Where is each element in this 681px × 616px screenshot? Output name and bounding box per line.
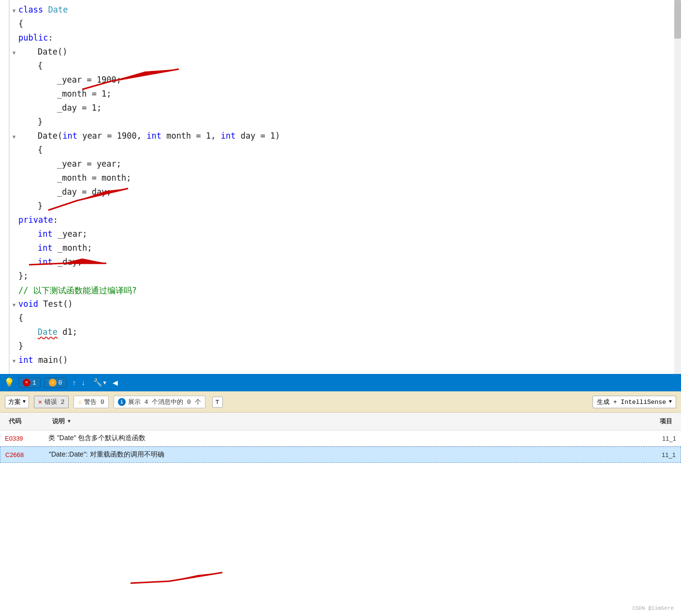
code-line: int _year; — [0, 229, 681, 243]
header-code: 代码 — [5, 415, 48, 428]
code-line: _day = 1; — [0, 103, 681, 117]
code-editor[interactable]: ▼class Date{public:▼Date(){_year = 1900;… — [0, 0, 681, 391]
error-project: 11_1 — [618, 451, 676, 458]
nav-down-button[interactable]: ↓ — [80, 378, 87, 387]
warning-triangle-icon: ⚠ — [78, 398, 82, 406]
error-row-arrow — [0, 558, 338, 587]
error-icon: ✕ — [23, 379, 30, 387]
nav-up-button[interactable]: ↑ — [71, 378, 78, 387]
scroll-track[interactable] — [674, 0, 681, 391]
lightbulb-icon[interactable]: 💡 — [4, 377, 14, 388]
chevron-down-icon: ▼ — [23, 399, 26, 404]
error-count: 1 — [32, 379, 36, 387]
filter-button[interactable]: 🔧▾ — [93, 378, 107, 387]
filter-bar: 方案 ▼ ✕ 错误 2 ⚠ 警告 0 i 展示 4 个消息中的 0 个 ⊤ 生成… — [0, 391, 681, 413]
funnel-icon: ⊤ — [212, 397, 223, 408]
code-line: _day = day; — [0, 187, 681, 201]
error-table-row[interactable]: E0339类 "Date" 包含多个默认构造函数11_1 — [0, 430, 681, 446]
warning-filter-button[interactable]: ⚠ 警告 0 — [73, 396, 108, 408]
error-message: 类 "Date" 包含多个默认构造函数 — [48, 434, 618, 443]
svg-marker-9 — [169, 573, 222, 581]
error-table-header: 代码 说明 ▼ 项目 — [0, 413, 681, 430]
code-line: int _month; — [0, 243, 681, 257]
warning-filter-label: 警告 0 — [84, 398, 104, 406]
info-filter-button[interactable]: i 展示 4 个消息中的 0 个 — [114, 396, 205, 408]
solution-filter-label: 方案 — [8, 398, 21, 406]
code-line: _month = month; — [0, 173, 681, 187]
code-line: Date d1; — [0, 327, 681, 341]
code-line: ▼void Test() — [0, 299, 681, 313]
svg-line-10 — [169, 573, 222, 581]
code-line: private: — [0, 215, 681, 229]
code-line: public: — [0, 33, 681, 47]
sort-icon: ▼ — [68, 419, 71, 424]
watermark: CSDN @limGere — [632, 605, 674, 611]
extra-filter-button[interactable]: ⊤ — [212, 398, 223, 406]
scroll-thumb[interactable] — [674, 0, 681, 39]
collapse-button[interactable]: ◀ — [111, 378, 120, 387]
error-code: E0339 — [5, 435, 48, 442]
error-project: 11_1 — [618, 435, 676, 442]
error-x-icon: ✕ — [38, 398, 42, 406]
header-project: 项目 — [618, 415, 676, 428]
code-line: _month = 1; — [0, 89, 681, 103]
error-message: "Date::Date": 对重载函数的调用不明确 — [49, 450, 618, 459]
error-panel: 方案 ▼ ✕ 错误 2 ⚠ 警告 0 i 展示 4 个消息中的 0 个 ⊤ 生成… — [0, 391, 681, 616]
code-line: } — [0, 201, 681, 215]
status-toolbar: 💡 ✕ 1 ⚠ 0 ↑ ↓ 🔧▾ ◀ — [0, 374, 681, 391]
warning-icon: ⚠ — [49, 379, 57, 387]
code-line: } — [0, 117, 681, 131]
code-line: { — [0, 145, 681, 159]
code-line: // 以下测试函数能通过编译吗? — [0, 285, 681, 299]
code-line: ▼Date() — [0, 47, 681, 61]
nav-arrows: ↑ ↓ — [71, 378, 87, 387]
build-option-chevron: ▼ — [669, 399, 672, 404]
build-option-label: 生成 + IntelliSense — [597, 398, 666, 406]
error-filter-label: 错误 2 — [44, 398, 65, 406]
code-line: }; — [0, 271, 681, 285]
fold-indicator[interactable]: ▼ — [10, 302, 18, 308]
error-code: C2668 — [5, 451, 49, 458]
code-line: ▼Date(int year = 1900, int month = 1, in… — [0, 131, 681, 145]
svg-line-11 — [130, 581, 169, 583]
code-line: ▼int main() — [0, 355, 681, 369]
build-selector[interactable]: 生成 + IntelliSense ▼ — [593, 396, 676, 408]
code-line: _year = year; — [0, 159, 681, 173]
info-icon: i — [118, 398, 126, 406]
code-line: ▼class Date — [0, 5, 681, 19]
fold-indicator[interactable]: ▼ — [10, 134, 18, 140]
code-line: { — [0, 61, 681, 75]
fold-indicator[interactable]: ▼ — [10, 358, 18, 364]
code-line: } — [0, 341, 681, 355]
code-line: _year = 1900; — [0, 75, 681, 89]
solution-filter[interactable]: 方案 ▼ — [5, 396, 29, 408]
code-line: { — [0, 313, 681, 327]
warning-count-button[interactable]: ⚠ 0 — [44, 377, 67, 388]
info-filter-label: 展示 4 个消息中的 0 个 — [128, 398, 201, 406]
error-filter-button[interactable]: ✕ 错误 2 — [34, 396, 69, 408]
fold-indicator[interactable]: ▼ — [10, 50, 18, 56]
warning-count: 0 — [58, 379, 62, 387]
code-line: int _day; — [0, 257, 681, 271]
code-line: { — [0, 19, 681, 33]
error-table-row[interactable]: C2668"Date::Date": 对重载函数的调用不明确11_1 — [0, 446, 681, 463]
build-option-selector[interactable]: 生成 + IntelliSense ▼ — [593, 396, 676, 408]
header-desc[interactable]: 说明 ▼ — [48, 415, 618, 428]
error-count-button[interactable]: ✕ 1 — [18, 377, 41, 388]
fold-indicator[interactable]: ▼ — [10, 8, 18, 14]
